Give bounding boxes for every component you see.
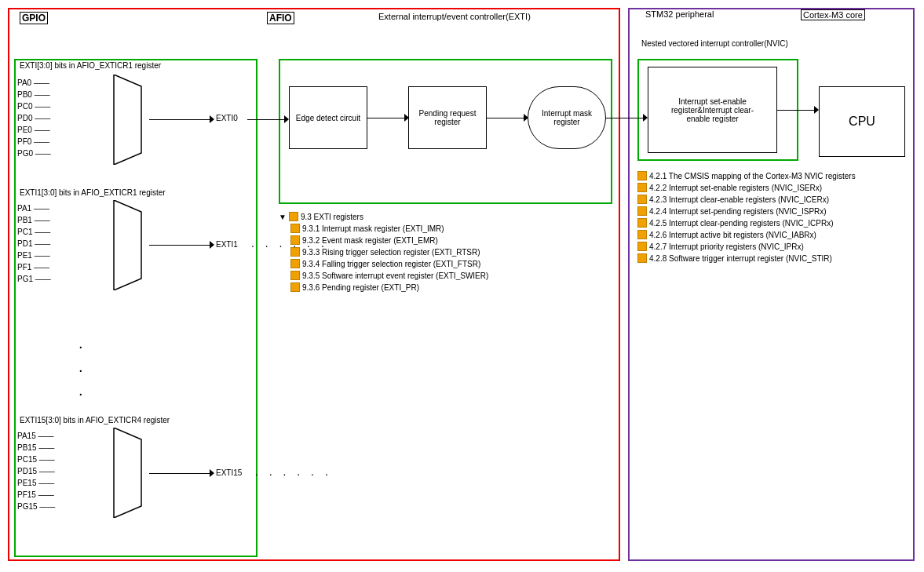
nvic-list-item[interactable]: 4.2.4 Interrupt set-pending registers (N… <box>637 206 856 216</box>
gpio-label: GPIO <box>20 12 48 24</box>
pin-pa1: PA1 —— <box>17 204 49 213</box>
nvic-label: Nested vectored interrupt controller(NVI… <box>640 39 790 48</box>
tree-item[interactable]: 9.3.4 Falling trigger selection register… <box>290 259 488 268</box>
tree-items: 9.3.1 Interrupt mask register (EXTI_IMR)… <box>279 224 488 292</box>
nvic-item-label: 4.2.6 Interrupt active bit registers (NV… <box>649 231 816 239</box>
exti0-signal: EXTI0 <box>216 114 238 122</box>
edge-detect-box: Edge detect circuit <box>289 86 367 149</box>
interrupt-mask-oval: Interrupt mask register <box>528 86 606 149</box>
pin-pd15: PD15 —— <box>17 467 55 475</box>
nvic-list-item[interactable]: 4.2.2 Interrupt set-enable registers (NV… <box>637 183 856 192</box>
diagram-container: GPIO AFIO External interrupt/event contr… <box>0 0 924 572</box>
nvic-item-icon <box>637 171 647 180</box>
nvic-item-icon <box>637 253 647 263</box>
tree-item[interactable]: 9.3.3 Rising trigger selection register … <box>290 247 488 257</box>
afio-label: AFIO <box>267 12 294 24</box>
cortex-label: Cortex-M3 core <box>801 9 865 20</box>
nvic-item-label: 4.2.4 Interrupt set-pending registers (N… <box>649 207 827 216</box>
nvic-item-icon <box>637 230 647 239</box>
nvic-item-label: 4.2.2 Interrupt set-enable registers (NV… <box>649 184 822 192</box>
tree-item-label: 9.3.5 Software interrupt event register … <box>302 271 488 280</box>
mux-15 <box>106 428 149 518</box>
nvic-list-item[interactable]: 4.2.1 The CMSIS mapping of the Cortex-M3… <box>637 171 856 180</box>
svg-marker-0 <box>114 75 141 165</box>
pin-pd1: PD1 —— <box>17 239 50 248</box>
tree-item-icon <box>290 224 300 233</box>
nvic-list-item[interactable]: 4.2.8 Software trigger interrupt registe… <box>637 253 856 263</box>
pin-pf1: PF1 —— <box>17 263 49 271</box>
nvic-item-label: 4.2.8 Software trigger interrupt registe… <box>649 254 832 263</box>
arrow-pending-mask <box>487 118 526 118</box>
nvic-list-item[interactable]: 4.2.6 Interrupt active bit registers (NV… <box>637 230 856 239</box>
arrow-edge-pending <box>367 118 407 118</box>
tree-item-icon <box>290 235 300 245</box>
pin-pd0: PD0 —— <box>17 114 50 122</box>
nvic-list-item[interactable]: 4.2.7 Interrupt priority registers (NVIC… <box>637 242 856 251</box>
arrow-mux1-exti1 <box>149 245 212 246</box>
nvic-list-container: 4.2.1 The CMSIS mapping of the Cortex-M3… <box>637 169 856 265</box>
pending-request-box: Pending request register <box>408 86 487 149</box>
pin-pe0: PE0 —— <box>17 126 50 134</box>
pin-pa0: PA0 —— <box>17 78 49 87</box>
pin-pe1: PE1 —— <box>17 251 50 260</box>
tree-item-label: 9.3.2 Event mask register (EXTI_EMR) <box>302 236 438 245</box>
arrow-exti0-edge <box>247 119 287 120</box>
arrow-mux15-exti15 <box>149 473 212 474</box>
nvic-item-label: 4.2.5 Interrupt clear-pending registers … <box>649 219 834 228</box>
nvic-item-icon <box>637 242 647 251</box>
exti15-bits-label: EXTI15[3:0] bits in AFIO_EXTICR4 registe… <box>20 416 170 424</box>
pin-pf15: PF15 —— <box>17 490 54 499</box>
tree-item[interactable]: 9.3.6 Pending register (EXTI_PR) <box>290 282 488 292</box>
stm32-label: STM32 peripheral <box>644 9 715 19</box>
tree-item-label: 9.3.6 Pending register (EXTI_PR) <box>302 283 419 292</box>
dots-exti15: · · · · · · <box>255 468 332 480</box>
svg-marker-2 <box>114 428 141 518</box>
exti-label: External interrupt/event controller(EXTI… <box>377 12 532 21</box>
tree-item[interactable]: 9.3.2 Event mask register (EXTI_EMR) <box>290 235 488 245</box>
nvic-items: 4.2.1 The CMSIS mapping of the Cortex-M3… <box>637 171 856 263</box>
dots-middle-3: · <box>79 384 83 403</box>
svg-marker-1 <box>114 200 141 290</box>
pin-pg15: PG15 —— <box>17 502 55 511</box>
pin-pg0: PG0 —— <box>17 149 51 158</box>
pin-pc1: PC1 —— <box>17 228 50 236</box>
tree-item-icon <box>290 282 300 292</box>
dots-middle-1: · <box>79 337 83 355</box>
nvic-item-icon <box>637 218 647 228</box>
arrow-head-0 <box>210 115 214 123</box>
cpu-box: CPU <box>819 86 905 157</box>
pin-pg1: PG1 —— <box>17 275 51 283</box>
exti1-signal: EXTI1 <box>216 240 238 249</box>
arrow-head-15 <box>210 469 214 477</box>
arrow-nvic-cpu <box>777 110 816 111</box>
tree-item-icon <box>290 271 300 280</box>
tree-item[interactable]: 9.3.1 Interrupt mask register (EXTI_IMR) <box>290 224 488 233</box>
pin-pb15: PB15 —— <box>17 443 54 452</box>
tree-item-icon <box>290 259 300 268</box>
tree-item-label: 9.3.1 Interrupt mask register (EXTI_IMR) <box>302 224 444 233</box>
tree-item[interactable]: 9.3.5 Software interrupt event register … <box>290 271 488 280</box>
nvic-item-label: 4.2.3 Interrupt clear-enable registers (… <box>649 195 829 204</box>
interrupt-set-enable-box: Interrupt set-enable register&Interrupt … <box>648 67 777 153</box>
arrow-mux0-exti0 <box>149 119 212 120</box>
exti1-bits-label: EXTI1[3:0] bits in AFIO_EXTICR1 register <box>20 188 166 197</box>
pin-pc15: PC15 —— <box>17 455 55 464</box>
tree-item-label: 9.3.4 Falling trigger selection register… <box>302 260 480 268</box>
pin-pe15: PE15 —— <box>17 479 54 487</box>
mux-1 <box>106 200 149 290</box>
pin-pb0: PB0 —— <box>17 90 50 99</box>
pin-pc0: PC0 —— <box>17 102 50 111</box>
nvic-list-item[interactable]: 4.2.3 Interrupt clear-enable registers (… <box>637 195 856 204</box>
arrow-mask-nvic <box>606 118 645 118</box>
arrow-head-1 <box>210 241 214 249</box>
nvic-item-icon <box>637 183 647 192</box>
tree-item-label: 9.3.3 Rising trigger selection register … <box>302 248 480 257</box>
tree-list: ▼ 9.3 EXTI registers 9.3.1 Interrupt mas… <box>279 212 488 294</box>
dots-middle-2: · <box>79 361 83 379</box>
nvic-item-label: 4.2.1 The CMSIS mapping of the Cortex-M3… <box>649 172 856 180</box>
pin-pf0: PF0 —— <box>17 137 49 146</box>
mux-0 <box>106 75 149 165</box>
nvic-list-item[interactable]: 4.2.5 Interrupt clear-pending registers … <box>637 218 856 228</box>
nvic-item-label: 4.2.7 Interrupt priority registers (NVIC… <box>649 242 804 251</box>
nvic-item-icon <box>637 195 647 204</box>
